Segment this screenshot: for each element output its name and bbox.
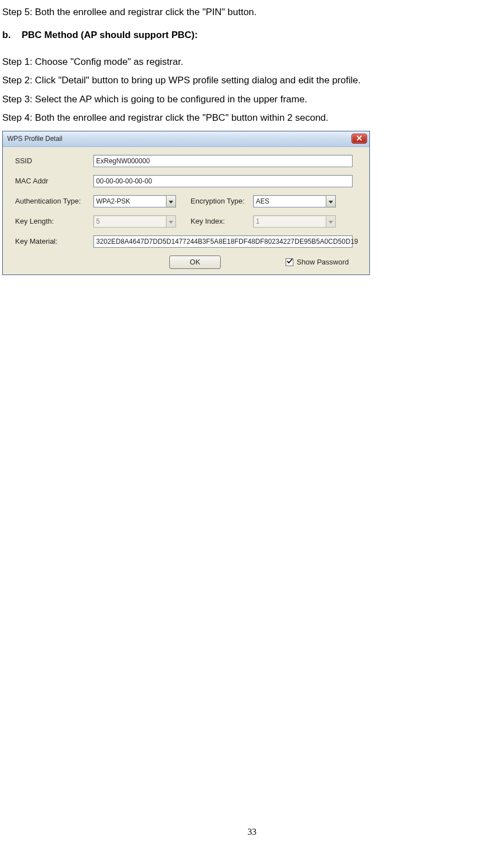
key-material-input[interactable]: 3202ED8A4647D7DD5D1477244B3F5A8E18FDF48D… [93, 235, 353, 248]
enc-type-dropdown-button[interactable] [326, 195, 336, 207]
ok-button[interactable]: OK [169, 256, 221, 269]
key-length-select: 5 [93, 215, 176, 228]
auth-type-select[interactable]: WPA2-PSK [93, 195, 176, 207]
heading-letter: b. [2, 30, 19, 41]
label-key-length: Key Length: [15, 217, 93, 225]
label-key-index: Key Index: [191, 217, 253, 225]
chevron-down-icon [329, 217, 333, 225]
label-auth-type: Authentication Type: [15, 197, 93, 205]
key-index-value: 1 [253, 215, 326, 228]
show-password-checkbox[interactable] [286, 258, 293, 266]
step-3-text: Step 3: Select the AP which is going to … [2, 92, 504, 107]
auth-type-dropdown-button[interactable] [166, 195, 176, 207]
chevron-down-icon [169, 197, 173, 205]
label-mac: MAC Addr [15, 177, 93, 185]
key-length-dropdown-button [166, 215, 176, 228]
chevron-down-icon [169, 217, 173, 225]
step-4-text: Step 4: Both the enrollee and registrar … [2, 110, 504, 125]
step-2-text: Step 2: Click "Detail" button to bring u… [2, 73, 504, 88]
close-icon [356, 135, 362, 142]
label-enc-type: Encryption Type: [191, 197, 253, 205]
heading-text: PBC Method (AP should support PBC): [22, 30, 198, 40]
label-ssid: SSID [15, 157, 93, 165]
chevron-down-icon [329, 197, 333, 205]
key-length-value: 5 [93, 215, 166, 228]
auth-type-value: WPA2-PSK [93, 195, 166, 207]
step-1-text: Step 1: Choose "Config mode" as registra… [2, 54, 504, 69]
enc-type-value: AES [253, 195, 326, 207]
key-index-dropdown-button [326, 215, 336, 228]
checkmark-icon [287, 258, 293, 266]
heading-pbc: b. PBC Method (AP should support PBC): [2, 30, 504, 41]
show-password-label: Show Password [297, 258, 349, 266]
dialog-titlebar[interactable]: WPS Profile Detail [3, 131, 369, 147]
step-5-text: Step 5: Both the enrollee and registrar … [2, 4, 504, 20]
mac-input[interactable]: 00-00-00-00-00-00 [93, 175, 353, 187]
label-key-material: Key Material: [15, 237, 93, 245]
close-button[interactable] [351, 134, 367, 144]
wps-profile-dialog: WPS Profile Detail SSID ExRegNW000000 MA… [2, 131, 370, 275]
dialog-title: WPS Profile Detail [7, 135, 63, 143]
page-number: 33 [0, 827, 504, 837]
enc-type-select[interactable]: AES [253, 195, 336, 207]
key-index-select: 1 [253, 215, 336, 228]
ssid-input[interactable]: ExRegNW000000 [93, 155, 353, 167]
